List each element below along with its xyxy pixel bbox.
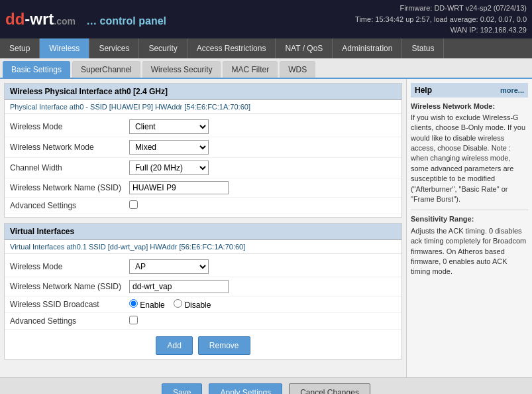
- wireless-mode-control: Client AP Ad-Hoc: [129, 119, 396, 134]
- virtual-interfaces-section: Virtual Interfaces Virtual Interfaces at…: [4, 223, 402, 360]
- vi-wireless-mode-control: AP Client Ad-Hoc: [129, 259, 396, 274]
- logo-com: .com: [54, 16, 76, 27]
- subnav-item-wireless-security[interactable]: Wireless Security: [142, 61, 221, 78]
- logo-dd: dd: [5, 10, 25, 28]
- vi-advanced-settings-control: [129, 316, 396, 326]
- vi-advanced-settings-checkbox[interactable]: [129, 316, 138, 324]
- nav-item-status[interactable]: Status: [402, 38, 444, 58]
- help-more-link[interactable]: more...: [500, 86, 524, 94]
- help-section-1-text: If you wish to exclude Wireless-G client…: [411, 113, 528, 205]
- nav-item-wireless[interactable]: Wireless: [40, 38, 89, 58]
- logo-cp: … control panel: [86, 15, 166, 27]
- virtual-section-body: Wireless Mode AP Client Ad-Hoc Wireless …: [5, 254, 401, 332]
- virtual-section-title: Virtual Interfaces: [10, 227, 74, 236]
- physical-section-title: Wireless Physical Interface ath0 [2.4 GH…: [10, 87, 168, 96]
- sub-nav: Basic SettingsSuperChannelWireless Secur…: [0, 58, 532, 79]
- help-divider: [411, 210, 528, 210]
- remove-button[interactable]: Remove: [198, 336, 250, 355]
- advanced-settings-checkbox[interactable]: [129, 200, 138, 209]
- help-label: Help: [415, 86, 432, 95]
- physical-section-body: Wireless Mode Client AP Ad-Hoc Wireless …: [5, 114, 401, 217]
- broadcast-disable-label[interactable]: Disable: [174, 300, 211, 310]
- channel-width-select[interactable]: Full (20 MHz) Half (10 MHz) Quarter (5 M…: [129, 161, 209, 175]
- header-info: Firmware: DD-WRT v24-sp2 (07/24/13) Time…: [355, 3, 527, 36]
- broadcast-enable-label[interactable]: Enable: [129, 300, 167, 310]
- physical-interface-link[interactable]: Physical Interface ath0 - SSID [HUAWEI P…: [5, 100, 401, 114]
- channel-width-label: Channel Width: [10, 163, 129, 172]
- physical-section-header: Wireless Physical Interface ath0 [2.4 GH…: [5, 84, 401, 100]
- vi-broadcast-control: Enable Disable: [129, 299, 396, 310]
- help-header: Help more...: [411, 83, 528, 98]
- wireless-mode-label: Wireless Mode: [10, 122, 129, 131]
- ssid-row: Wireless Network Name (SSID): [5, 178, 401, 198]
- ssid-input[interactable]: [129, 181, 229, 194]
- nav-item-services[interactable]: Services: [89, 38, 139, 58]
- logo: dd-wrt.com … control panel: [5, 10, 166, 29]
- advanced-settings-control: [129, 200, 396, 211]
- virtual-section-header: Virtual Interfaces: [5, 224, 401, 240]
- help-section-1: Wireless Network Mode: If you wish to ex…: [411, 101, 528, 205]
- wireless-network-mode-control: Mixed B-Only G-Only N-Only Disabled: [129, 140, 396, 155]
- subnav-item-mac-filter[interactable]: MAC Filter: [223, 61, 278, 78]
- wireless-network-mode-row: Wireless Network Mode Mixed B-Only G-Onl…: [5, 137, 401, 158]
- help-section-1-title: Wireless Network Mode:: [411, 101, 528, 111]
- vi-advanced-settings-row: Advanced Settings: [5, 313, 401, 330]
- vi-broadcast-row: Wireless SSID Broadcast Enable Disable: [5, 296, 401, 313]
- subnav-item-superchannel[interactable]: SuperChannel: [72, 61, 140, 78]
- vi-broadcast-label: Wireless SSID Broadcast: [10, 300, 129, 309]
- nav-item-setup[interactable]: Setup: [0, 38, 40, 58]
- subnav-item-basic-settings[interactable]: Basic Settings: [3, 61, 70, 78]
- vi-ssid-label: Wireless Network Name (SSID): [10, 282, 129, 291]
- ssid-control: [129, 181, 396, 194]
- cancel-changes-button[interactable]: Cancel Changes: [289, 383, 370, 395]
- main-nav: SetupWirelessServicesSecurityAccess Rest…: [0, 38, 532, 58]
- vi-ssid-row: Wireless Network Name (SSID): [5, 277, 401, 296]
- channel-width-control: Full (20 MHz) Half (10 MHz) Quarter (5 M…: [129, 161, 396, 175]
- apply-settings-button[interactable]: Apply Settings: [209, 383, 282, 395]
- advanced-settings-label: Advanced Settings: [10, 201, 129, 210]
- virtual-interface-link[interactable]: Virtual Interfaces ath0.1 SSID [dd-wrt_v…: [5, 240, 401, 254]
- footer: Save Apply Settings Cancel Changes: [0, 377, 532, 395]
- channel-width-row: Channel Width Full (20 MHz) Half (10 MHz…: [5, 158, 401, 178]
- wan-ip-text: WAN IP: 192.168.43.29: [355, 25, 527, 36]
- content-area: Wireless Physical Interface ath0 [2.4 GH…: [0, 79, 406, 377]
- header: dd-wrt.com … control panel Firmware: DD-…: [0, 0, 532, 38]
- wireless-network-mode-select[interactable]: Mixed B-Only G-Only N-Only Disabled: [129, 140, 209, 155]
- vi-ssid-input[interactable]: [129, 280, 229, 293]
- nav-item-nat-/-qos[interactable]: NAT / QoS: [276, 38, 333, 58]
- subnav-item-wds[interactable]: WDS: [280, 61, 315, 78]
- broadcast-disable-radio[interactable]: [174, 299, 182, 308]
- ssid-label: Wireless Network Name (SSID): [10, 183, 129, 192]
- help-section-2-text: Adjusts the ACK timing. 0 disables ack t…: [411, 226, 528, 277]
- vi-wireless-mode-label: Wireless Mode: [10, 262, 129, 271]
- vi-wireless-mode-row: Wireless Mode AP Client Ad-Hoc: [5, 257, 401, 277]
- firmware-text: Firmware: DD-WRT v24-sp2 (07/24/13): [355, 3, 527, 14]
- save-button[interactable]: Save: [162, 383, 202, 395]
- add-button[interactable]: Add: [156, 336, 192, 355]
- logo-wrt: -wrt: [25, 10, 54, 28]
- broadcast-enable-radio[interactable]: [129, 299, 138, 308]
- advanced-settings-row: Advanced Settings: [5, 198, 401, 214]
- vi-wireless-mode-select[interactable]: AP Client Ad-Hoc: [129, 259, 209, 274]
- vi-ssid-control: [129, 280, 396, 293]
- vi-advanced-settings-label: Advanced Settings: [10, 316, 129, 326]
- nav-item-administration[interactable]: Administration: [333, 38, 402, 58]
- wireless-mode-row: Wireless Mode Client AP Ad-Hoc: [5, 117, 401, 137]
- wireless-mode-select[interactable]: Client AP Ad-Hoc: [129, 119, 209, 134]
- nav-item-security[interactable]: Security: [139, 38, 187, 58]
- add-remove-area: Add Remove: [5, 332, 401, 359]
- help-section-2: Sensitivity Range: Adjusts the ACK timin…: [411, 214, 528, 277]
- help-sidebar: Help more... Wireless Network Mode: If y…: [406, 79, 532, 377]
- physical-interface-section: Wireless Physical Interface ath0 [2.4 GH…: [4, 83, 402, 218]
- time-text: Time: 15:34:42 up 2:57, load average: 0.…: [355, 14, 527, 25]
- nav-item-access-restrictions[interactable]: Access Restrictions: [187, 38, 276, 58]
- wireless-network-mode-label: Wireless Network Mode: [10, 143, 129, 152]
- help-section-2-title: Sensitivity Range:: [411, 214, 528, 224]
- main-content: Wireless Physical Interface ath0 [2.4 GH…: [0, 79, 532, 377]
